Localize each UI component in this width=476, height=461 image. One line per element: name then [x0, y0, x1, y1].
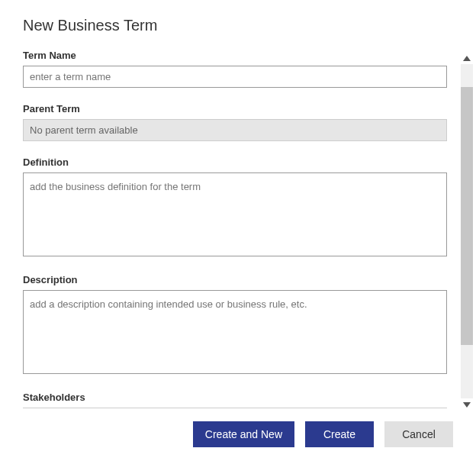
scrollbar-thumb[interactable]: [461, 87, 473, 345]
parent-term-input: [23, 119, 447, 141]
dialog-buttons: Create and New Create Cancel: [193, 421, 453, 447]
form-area: Term Name Parent Term Definition Descrip…: [23, 50, 453, 408]
scrollbar-track[interactable]: [461, 52, 473, 411]
description-label: Description: [23, 274, 447, 285]
dialog-title: New Business Term: [23, 17, 453, 34]
chevron-down-icon: [463, 402, 471, 408]
create-button[interactable]: Create: [305, 421, 374, 447]
scroll-up-button[interactable]: [461, 52, 473, 64]
create-and-new-button[interactable]: Create and New: [193, 421, 294, 447]
scroll-down-button[interactable]: [461, 398, 473, 411]
stakeholders-label: Stakeholders: [23, 392, 447, 403]
stakeholders-divider: [23, 408, 447, 408]
term-name-label: Term Name: [23, 50, 447, 61]
parent-term-label: Parent Term: [23, 103, 447, 114]
definition-label: Definition: [23, 156, 447, 168]
description-textarea[interactable]: [23, 290, 447, 374]
definition-textarea[interactable]: [23, 172, 447, 256]
chevron-up-icon: [463, 56, 471, 61]
cancel-button[interactable]: Cancel: [384, 421, 453, 447]
term-name-input[interactable]: [23, 66, 447, 88]
new-business-term-dialog: New Business Term Term Name Parent Term …: [0, 0, 476, 461]
